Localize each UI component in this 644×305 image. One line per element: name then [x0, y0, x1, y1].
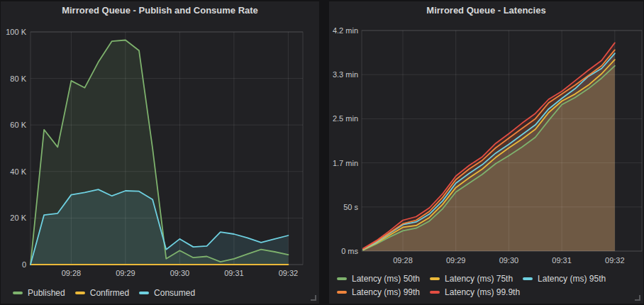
legend-item-latency-ms-99th[interactable]: Latency (ms) 99th [337, 286, 420, 299]
y-axis-label: 0 ms [341, 247, 358, 255]
legend-label: Confirmed [90, 287, 129, 299]
panel-latencies: Mirrored Queue - Latencies 4.2 min3.3 mi… [329, 1, 643, 304]
legend-label: Latency (ms) 99th [352, 286, 420, 299]
x-axis-label: 09:31 [224, 269, 244, 277]
y-axis-label: 50 s [343, 203, 358, 211]
y-axis-label: 80 K [10, 74, 26, 83]
legend-item-latency-ms-50th[interactable]: Latency (ms) 50th [337, 272, 420, 285]
legend-item-consumed[interactable]: Consumed [139, 287, 195, 299]
x-axis-label: 09:28 [62, 269, 82, 277]
series-fill [363, 43, 615, 251]
panel-resize-handle-icon[interactable] [311, 295, 316, 301]
x-axis-label: 09:31 [552, 256, 572, 265]
grafana-dashboard: { "theme": { "page_bg": "#141416", "pane… [0, 0, 644, 305]
legend-row: Latency (ms) 99thLatency (ms) 99.9th [337, 285, 616, 299]
legend-item-published[interactable]: Published [13, 287, 65, 299]
latency-chart-legend: Latency (ms) 50thLatency (ms) 75thLatenc… [337, 272, 616, 299]
legend-swatch-icon [337, 291, 347, 294]
x-axis-label: 09:29 [446, 256, 466, 265]
rate-chart-legend: PublishedConfirmedConsumed [13, 286, 205, 299]
legend-item-latency-ms-75th[interactable]: Latency (ms) 75th [430, 272, 513, 285]
legend-swatch-icon [523, 277, 533, 280]
x-axis-label: 09:30 [170, 269, 190, 277]
x-axis-label: 09:32 [605, 256, 625, 265]
panel-resize-handle-icon[interactable] [635, 295, 640, 301]
y-axis-label: 60 K [10, 121, 26, 129]
y-axis-label: 4.2 min [333, 26, 358, 35]
legend-swatch-icon [139, 292, 149, 294]
legend-item-latency-ms-95th[interactable]: Latency (ms) 95th [523, 272, 606, 285]
legend-item-confirmed[interactable]: Confirmed [75, 287, 129, 299]
y-axis-label: 40 K [10, 167, 26, 176]
panel-publish-consume-rate: Mirrored Queue - Publish and Consume Rat… [1, 1, 319, 304]
legend-label: Consumed [154, 287, 195, 299]
y-axis-label: 20 K [10, 214, 26, 222]
legend-swatch-icon [13, 292, 23, 294]
legend-item-latency-ms-99.9th[interactable]: Latency (ms) 99.9th [430, 286, 520, 299]
legend-swatch-icon [75, 292, 85, 294]
legend-swatch-icon [337, 277, 347, 280]
legend-row: PublishedConfirmedConsumed [13, 286, 205, 299]
x-axis-label: 09:28 [393, 256, 413, 265]
legend-label: Latency (ms) 50th [352, 272, 420, 285]
y-axis-label: 3.3 min [333, 70, 358, 79]
rate-chart-canvas[interactable]: 100 K80 K60 K40 K20 K009:2809:2909:3009:… [1, 1, 319, 304]
legend-swatch-icon [430, 277, 440, 280]
x-axis-label: 09:29 [116, 269, 135, 277]
y-axis-label: 0 [22, 260, 26, 269]
legend-label: Published [28, 287, 65, 299]
x-axis-label: 09:32 [279, 269, 299, 277]
legend-label: Latency (ms) 75th [445, 272, 513, 285]
legend-label: Latency (ms) 95th [538, 272, 606, 285]
y-axis-label: 2.5 min [333, 114, 358, 123]
legend-label: Latency (ms) 99.9th [445, 286, 520, 299]
y-axis-label: 100 K [6, 28, 26, 36]
latency-chart-canvas[interactable]: 4.2 min3.3 min2.5 min1.7 min50 s0 ms09:2… [329, 1, 643, 304]
y-axis-label: 1.7 min [333, 159, 358, 167]
legend-swatch-icon [430, 291, 440, 294]
x-axis-label: 09:30 [499, 256, 519, 265]
legend-row: Latency (ms) 50thLatency (ms) 75thLatenc… [337, 272, 616, 285]
